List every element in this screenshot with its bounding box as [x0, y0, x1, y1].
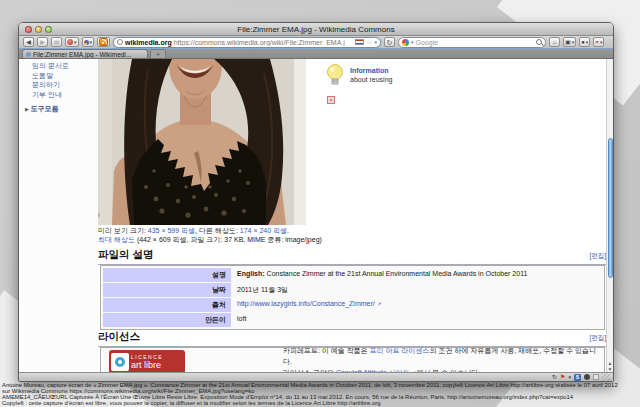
- title-bar: File:Zimmer EMA.jpg - Wikimedia Commons: [19, 23, 613, 36]
- file-information-table: 설명 English: Constance Zimmer at the 21st…: [100, 265, 605, 330]
- table-row: 출처 http://www.lazygirls.info/Constance_Z…: [103, 298, 602, 312]
- row-value-date: 2011년 11월 3일: [231, 283, 602, 297]
- new-tab-button[interactable]: +: [150, 49, 166, 58]
- forward-icon: ▶: [40, 39, 45, 45]
- tab-favicon: [26, 52, 31, 57]
- chevron-down-icon: ▾: [600, 40, 603, 45]
- chevron-right-icon: ▶: [25, 106, 29, 112]
- flag-icon[interactable]: [355, 39, 364, 45]
- sidebar-item-help[interactable]: 도움말: [32, 72, 98, 80]
- reload-icon: ↻: [387, 39, 393, 46]
- url-host: wikimedia.org: [125, 39, 172, 46]
- photo-constance-zimmer[interactable]: [98, 59, 306, 225]
- tab-groups-button[interactable]: ▣▾: [563, 37, 576, 47]
- row-label-author: 만든이: [103, 313, 231, 327]
- licence-art-libre-logo: LICENCE art libre: [109, 350, 185, 374]
- lightbulb-icon: [326, 63, 344, 89]
- row-value-description: English: Constance Zimmer at the 21st An…: [231, 268, 602, 282]
- sync-icon[interactable]: ↻: [552, 374, 557, 380]
- source-link[interactable]: http://www.lazygirls.info/Constance_Zimm…: [237, 300, 375, 307]
- license-text: 카피레프트: 이 예술 작품은 프리 아트 라이센스의 조건 하에 자유롭게 사…: [283, 345, 600, 374]
- tab-bar: File:Zimmer EMA.jpg - Wikimedi... +: [19, 49, 613, 59]
- tab-file-zimmer[interactable]: File:Zimmer EMA.jpg - Wikimedi...: [22, 49, 148, 58]
- forward-button[interactable]: ▶: [37, 37, 48, 47]
- preview-size-link[interactable]: 435 × 599 픽셀: [148, 227, 195, 234]
- sidebar-item-toolbox[interactable]: ▶도구모음: [32, 105, 98, 114]
- window-title: File:Zimmer EMA.jpg - Wikimedia Commons: [19, 25, 613, 35]
- description-heading: 파일의 설명: [98, 248, 609, 265]
- close-icon: ×: [595, 39, 599, 45]
- browser-window: File:Zimmer EMA.jpg - Wikimedia Commons …: [18, 22, 614, 382]
- status-dot-icon[interactable]: [584, 374, 590, 380]
- google-logo-icon: [402, 39, 409, 46]
- resize-grip[interactable]: [602, 373, 610, 381]
- status-bar: ↻ ⚑ ▾ S: [19, 372, 613, 381]
- record-button[interactable]: ●▾: [579, 37, 590, 47]
- url-path: https://commons.wikimedia.org/wiki/File:…: [174, 39, 354, 46]
- back-button[interactable]: ◀: [23, 37, 34, 47]
- chevron-down-icon: ▾: [90, 40, 93, 45]
- tab-groups-icon: ▣: [565, 39, 571, 45]
- table-row: 만든이 loft: [103, 313, 602, 327]
- tab-title: File:Zimmer EMA.jpg - Wikimedi...: [33, 51, 131, 58]
- flag-status-icon[interactable]: ⚑: [560, 374, 565, 380]
- chevron-down-icon[interactable]: ▾: [568, 375, 571, 380]
- page-content: 임의 문서로 도움말 문의하기 기부 안내 ▶도구모음: [19, 59, 613, 374]
- row-label-description: 설명: [103, 268, 231, 282]
- free-art-license-link[interactable]: 프리 아트 라이센스: [370, 347, 430, 354]
- url-bar[interactable]: wikimedia.org https://commons.wikimedia.…: [113, 37, 381, 48]
- sidebar-item-donate[interactable]: 기부 안내: [32, 91, 98, 99]
- other-resolution-link[interactable]: 174 × 240 픽셀: [240, 227, 287, 234]
- lal-spiral-icon: [111, 353, 129, 371]
- license-box: LICENCE art libre 카피레프트: 이 예술 작품은 프리 아트 …: [100, 347, 605, 374]
- search-icon[interactable]: [536, 39, 542, 45]
- record-icon: ●: [581, 39, 585, 45]
- main-article: Information about reusing × 미리 보기 크기: 43…: [98, 59, 609, 374]
- search-engine-dropdown-icon[interactable]: ▾: [411, 39, 414, 45]
- site-favicon: [117, 39, 123, 45]
- home-icon: ⌂: [553, 39, 557, 45]
- adblock-button[interactable]: ×▾: [593, 37, 604, 47]
- reload-button[interactable]: ↻: [384, 37, 395, 47]
- rss-icon: [99, 38, 108, 46]
- history-icon: ▤: [54, 39, 60, 45]
- sidebar-item-random[interactable]: 임의 문서로: [32, 62, 98, 70]
- history-button[interactable]: ▤: [51, 37, 62, 47]
- row-label-date: 날짜: [103, 283, 231, 297]
- pin-icon: [84, 40, 89, 45]
- chevron-down-icon: ▾: [586, 40, 589, 45]
- row-value-source: http://www.lazygirls.info/Constance_Zimm…: [231, 298, 602, 312]
- search-input[interactable]: ▾ Google: [398, 37, 546, 48]
- home-button[interactable]: ⌂: [549, 37, 560, 47]
- edit-license-link[interactable]: [편집]: [589, 334, 606, 343]
- row-value-author: loft: [231, 313, 602, 327]
- scrollbar-thumb[interactable]: [608, 138, 613, 278]
- back-icon: ◀: [26, 39, 31, 45]
- table-row: 날짜 2011년 11월 3일: [103, 283, 602, 297]
- broken-image-icon: ×: [327, 96, 335, 104]
- red-badge-icon: [67, 39, 73, 45]
- chevron-down-icon: ▾: [74, 40, 77, 45]
- s-badge-icon[interactable]: S: [574, 374, 581, 381]
- information-subtext: about reusing: [350, 76, 392, 83]
- extension-red-button[interactable]: ▾: [65, 37, 79, 47]
- caption-line-4: Copyleft : cette capture d'écran est lib…: [2, 401, 634, 407]
- sidebar-item-contact[interactable]: 문의하기: [32, 81, 98, 89]
- external-link-icon: ↗: [377, 301, 382, 307]
- bookmark-star-icon[interactable]: ☆: [366, 38, 372, 46]
- status-square-icon[interactable]: [593, 374, 599, 380]
- vertical-scrollbar[interactable]: ▲ ▼: [606, 59, 613, 374]
- screenshot-stage: File:Zimmer EMA.jpg - Wikimedia Commons …: [0, 0, 640, 407]
- full-resolution-link[interactable]: 최대 해상도: [98, 236, 135, 243]
- information-link[interactable]: Information: [350, 67, 389, 74]
- search-placeholder: Google: [416, 39, 534, 46]
- bookmark-pin-button[interactable]: ▾: [82, 37, 95, 47]
- edit-description-link[interactable]: [편집]: [589, 252, 606, 261]
- table-row: 설명 English: Constance Zimmer at the 21st…: [103, 268, 602, 282]
- full-resolution-line: 최대 해상도 (442 × 609 픽셀, 파일 크기: 37 KB, MIME…: [98, 235, 322, 245]
- sidebar: 임의 문서로 도움말 문의하기 기부 안내 ▶도구모음: [19, 59, 98, 374]
- rss-button[interactable]: [97, 37, 110, 47]
- chevron-down-icon: ▾: [572, 40, 575, 45]
- browser-toolbar: ◀ ▶ ▤ ▾ ▾ wikimedia.org https://commons.…: [19, 36, 613, 49]
- url-dropdown-icon[interactable]: ▾: [375, 39, 378, 45]
